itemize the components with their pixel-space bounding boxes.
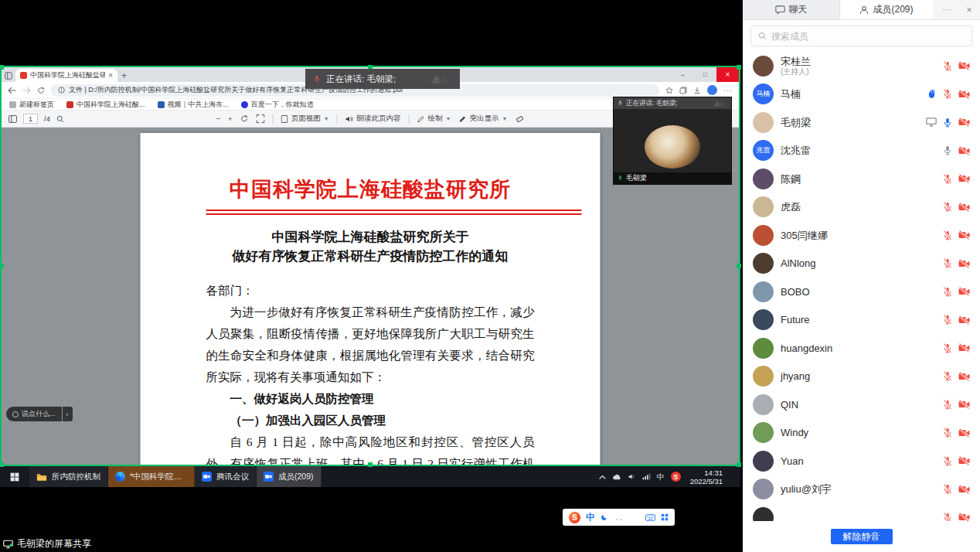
member-row[interactable]: yuliu@刘宇 [743, 475, 980, 504]
tab-actions-icon[interactable] [2, 69, 15, 82]
page-view-button[interactable]: 页面视图▼ [281, 114, 329, 124]
panel-close-icon[interactable]: × [958, 0, 980, 19]
refresh-icon[interactable] [37, 87, 45, 94]
taskbar-item-members[interactable]: 成员(209) [257, 466, 322, 487]
network-icon[interactable] [642, 473, 651, 480]
camera-icon[interactable] [958, 400, 970, 409]
tab-members[interactable]: 成员(209) [840, 0, 933, 19]
member-search[interactable] [750, 26, 972, 46]
keyboard-icon[interactable] [645, 514, 655, 521]
search-input[interactable] [771, 31, 965, 42]
mic-icon[interactable] [943, 456, 952, 466]
mic-icon[interactable] [943, 315, 952, 325]
mic-icon[interactable] [943, 118, 952, 128]
danmaku-input[interactable]: 说点什么... [6, 407, 62, 421]
maximize-button[interactable]: □ [694, 67, 716, 82]
mic-icon[interactable] [943, 202, 952, 212]
taskbar-item-browser[interactable]: *中国科学院上海... [108, 466, 195, 487]
toolbox-icon[interactable] [661, 513, 669, 521]
camera-icon[interactable] [958, 61, 970, 70]
night-mode-icon[interactable] [601, 513, 608, 521]
member-row[interactable]: 马楠 马楠 [743, 80, 980, 109]
mic-icon[interactable] [943, 400, 952, 410]
member-row[interactable]: Windy [743, 419, 980, 448]
bookmark-siccas[interactable]: 中国科学院上海硅酸... [66, 100, 145, 110]
member-row[interactable]: QIN [743, 390, 980, 419]
camera-icon[interactable] [958, 230, 970, 240]
profile-avatar[interactable] [707, 85, 717, 95]
draw-button[interactable]: 绘制▼ [417, 114, 451, 124]
ime-mode-toggle[interactable]: 中 [586, 511, 595, 524]
sogou-tray-icon[interactable]: S [671, 472, 681, 482]
close-window-button[interactable]: × [716, 67, 739, 82]
unmute-button[interactable]: 解除静音 [831, 529, 893, 544]
browser-menu-icon[interactable]: ··· [723, 87, 733, 94]
member-row[interactable]: Future [743, 306, 980, 335]
mic-icon[interactable] [943, 61, 952, 71]
camera-icon[interactable] [958, 118, 970, 127]
member-row[interactable]: AlNlong [743, 250, 980, 278]
panel-more-icon[interactable]: ··· [937, 0, 958, 19]
read-aloud-button[interactable]: 朗读此页内容 [345, 114, 401, 124]
taskbar-clock[interactable]: 14:31 2022/5/31 [687, 469, 726, 486]
camera-icon[interactable] [958, 203, 970, 212]
member-row[interactable]: 陈鋼 [743, 165, 980, 193]
taskbar-item-meeting[interactable]: 腾讯会议 [195, 466, 257, 487]
camera-icon[interactable] [958, 174, 970, 183]
member-row[interactable]: jhyang [743, 363, 980, 391]
fit-page-icon[interactable] [257, 114, 265, 123]
member-row[interactable]: huangdexin [743, 334, 980, 363]
mic-icon[interactable] [943, 89, 952, 99]
forward-icon[interactable] [22, 87, 31, 94]
member-row[interactable]: 毛朝梁 [743, 108, 980, 137]
mic-icon[interactable] [943, 343, 952, 353]
mic-icon[interactable] [943, 230, 952, 240]
camera-icon[interactable] [958, 287, 970, 296]
rotate-icon[interactable] [240, 114, 249, 123]
eraser-icon[interactable] [515, 114, 524, 123]
bookmark-video[interactable]: 视频｜中共上海市... [158, 100, 229, 110]
camera-icon[interactable] [958, 428, 970, 438]
start-button[interactable] [0, 466, 29, 487]
onedrive-icon[interactable] [612, 474, 621, 480]
member-list[interactable]: 宋桂兰 (主持人) 马楠 马楠 毛朝梁 兆雷 沈兆雷 陈鋼 [743, 52, 980, 552]
sogou-logo-icon[interactable]: S [569, 512, 580, 523]
danmaku-collapse-button[interactable]: ‹ [63, 407, 73, 421]
speaker-video-thumbnail[interactable]: 正在讲话: 毛朝梁; 毛朝梁 [613, 97, 732, 185]
member-row[interactable]: Yuan [743, 447, 980, 475]
camera-icon[interactable] [958, 146, 970, 155]
member-row[interactable]: 305闫继娜 [743, 221, 980, 250]
bookmark-new-tab[interactable]: 新建标签页 [9, 100, 54, 110]
collections-icon[interactable] [679, 87, 687, 94]
input-language-indicator[interactable]: 中 [657, 472, 665, 482]
camera-icon[interactable] [958, 372, 970, 381]
skin-grid-icon[interactable] [631, 513, 640, 522]
pdf-search-icon[interactable] [56, 115, 64, 123]
hidden-icons-chevron[interactable] [599, 475, 606, 479]
page-number-input[interactable]: 1 [23, 114, 38, 124]
punctuation-toggle[interactable]: ，。 [614, 513, 626, 522]
mic-icon[interactable] [943, 371, 952, 381]
camera-icon[interactable] [958, 456, 970, 465]
tab-chat[interactable]: 聊天 [743, 0, 840, 19]
new-tab-button[interactable]: + [117, 69, 131, 82]
camera-icon[interactable] [958, 343, 970, 353]
camera-icon[interactable] [958, 485, 970, 494]
mic-icon[interactable] [943, 174, 952, 184]
member-row[interactable]: 虎磊 [743, 193, 980, 222]
mic-icon[interactable] [943, 287, 952, 297]
speaking-banner[interactable]: 正在讲话: 毛朝梁; [305, 69, 460, 89]
minimize-button[interactable]: – [672, 67, 694, 82]
zoom-out-button[interactable]: − [216, 114, 221, 123]
zoom-in-button[interactable]: + [228, 114, 233, 123]
bookmark-baidu[interactable]: 百度一下，你就知道 [241, 100, 314, 110]
camera-icon[interactable] [958, 90, 970, 99]
tab-close-icon[interactable]: × [108, 72, 113, 80]
mic-icon[interactable] [943, 484, 952, 494]
pdf-sidebar-icon[interactable] [9, 115, 17, 123]
camera-icon[interactable] [958, 259, 970, 268]
back-icon[interactable] [8, 87, 16, 94]
highlight-button[interactable]: 突出显示▼ [459, 114, 508, 124]
mic-icon[interactable] [943, 428, 952, 438]
taskbar-item-explorer[interactable]: 所内防控机制 [29, 466, 108, 487]
